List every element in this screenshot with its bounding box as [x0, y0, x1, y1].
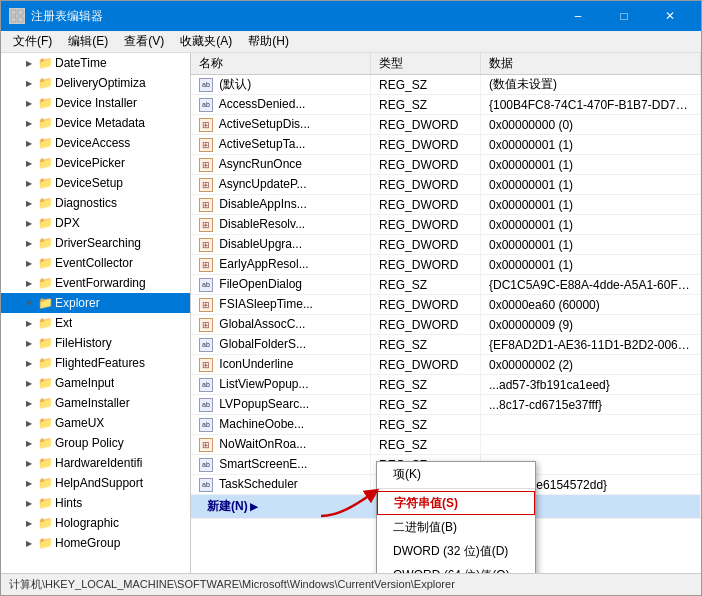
svg-rect-1 — [18, 10, 23, 15]
tree-item[interactable]: ▶📁Holographic — [1, 513, 190, 533]
ctx-xiang[interactable]: 项(K) — [377, 462, 535, 486]
tree-item[interactable]: ▶📁GameInstaller — [1, 393, 190, 413]
table-row[interactable]: ⊞ IconUnderlineREG_DWORD0x00000002 (2) — [191, 355, 701, 375]
tree-item[interactable]: ▶📁DriverSearching — [1, 233, 190, 253]
table-row[interactable]: ⊞ DisableResolv...REG_DWORD0x00000001 (1… — [191, 215, 701, 235]
folder-icon: 📁 — [37, 55, 53, 71]
ctx-dword-value[interactable]: DWORD (32 位)值(D) — [377, 539, 535, 563]
table-row[interactable]: ab LVPopupSearc...REG_SZ...8c17-cd6715e3… — [191, 395, 701, 415]
menu-file[interactable]: 文件(F) — [5, 31, 60, 53]
tree-item-label: HelpAndSupport — [55, 476, 143, 490]
ctx-string-value[interactable]: 字符串值(S) — [377, 491, 535, 515]
menu-help[interactable]: 帮助(H) — [240, 31, 297, 53]
reg-type-cell: REG_DWORD — [371, 235, 481, 255]
dword-icon: ⊞ — [199, 178, 213, 192]
table-row[interactable]: ⊞ FSIASleepTime...REG_DWORD0x0000ea60 (6… — [191, 295, 701, 315]
reg-type-cell: REG_DWORD — [371, 255, 481, 275]
folder-icon: 📁 — [37, 195, 53, 211]
reg-name-cell: ab MachineOobe... — [191, 415, 371, 435]
table-row[interactable]: ⊞ DisableUpgra...REG_DWORD0x00000001 (1) — [191, 235, 701, 255]
reg-type-cell: REG_SZ — [371, 95, 481, 115]
registry-panel[interactable]: 名称 类型 数据 ab (默认)REG_SZ(数值未设置)ab AccessDe… — [191, 53, 701, 573]
reg-data-cell: 0x00000009 (9) — [481, 315, 701, 335]
table-row[interactable]: ab ListViewPopup...REG_SZ...ad57-3fb191c… — [191, 375, 701, 395]
status-text: 计算机\HKEY_LOCAL_MACHINE\SOFTWARE\Microsof… — [9, 577, 455, 592]
tree-expand-icon: ▶ — [21, 495, 37, 511]
tree-item[interactable]: ▶📁FlightedFeatures — [1, 353, 190, 373]
tree-item-label: Hints — [55, 496, 82, 510]
table-row[interactable]: ⊞ AsyncUpdateP...REG_DWORD0x00000001 (1) — [191, 175, 701, 195]
dword-icon: ⊞ — [199, 138, 213, 152]
tree-expand-icon: ▶ — [21, 175, 37, 191]
folder-icon: 📁 — [37, 435, 53, 451]
tree-item[interactable]: ▶📁Device Installer — [1, 93, 190, 113]
tree-item[interactable]: ▶📁DeviceAccess — [1, 133, 190, 153]
tree-item[interactable]: ▶📁FileHistory — [1, 333, 190, 353]
tree-expand-icon: ▶ — [21, 195, 37, 211]
reg-type-cell: REG_DWORD — [371, 195, 481, 215]
table-row[interactable]: ab GlobalFolderS...REG_SZ{EF8AD2D1-AE36-… — [191, 335, 701, 355]
tree-item[interactable]: ▶📁Device Metadata — [1, 113, 190, 133]
table-row[interactable]: ab (默认)REG_SZ(数值未设置) — [191, 75, 701, 95]
new-button-label[interactable]: 新建(N) — [207, 499, 248, 513]
tree-item[interactable]: ▶📁HomeGroup — [1, 533, 190, 553]
menu-view[interactable]: 查看(V) — [116, 31, 172, 53]
reg-type-cell: REG_DWORD — [371, 355, 481, 375]
table-row[interactable]: ab MachineOobe...REG_SZ — [191, 415, 701, 435]
tree-item[interactable]: ▶📁Group Policy — [1, 433, 190, 453]
tree-item[interactable]: ▶📁DevicePicker — [1, 153, 190, 173]
table-row[interactable]: ⊞ NoWaitOnRoa...REG_SZ — [191, 435, 701, 455]
menu-favorites[interactable]: 收藏夹(A) — [172, 31, 240, 53]
ctx-qword-value[interactable]: QWORD (64 位)值(Q) — [377, 563, 535, 573]
tree-item[interactable]: ▶📁DPX — [1, 213, 190, 233]
tree-item[interactable]: ▶📁EventForwarding — [1, 273, 190, 293]
table-row[interactable]: ab FileOpenDialogREG_SZ{DC1C5A9C-E88A-4d… — [191, 275, 701, 295]
table-row[interactable]: ⊞ EarlyAppResol...REG_DWORD0x00000001 (1… — [191, 255, 701, 275]
menu-edit[interactable]: 编辑(E) — [60, 31, 116, 53]
tree-item[interactable]: ▶📁Hints — [1, 493, 190, 513]
tree-item[interactable]: ▶📁DateTime — [1, 53, 190, 73]
menu-bar: 文件(F) 编辑(E) 查看(V) 收藏夹(A) 帮助(H) — [1, 31, 701, 53]
reg-name-cell: ⊞ DisableResolv... — [191, 215, 371, 235]
table-row[interactable]: ⊞ DisableAppIns...REG_DWORD0x00000001 (1… — [191, 195, 701, 215]
close-button[interactable]: ✕ — [647, 1, 693, 31]
tree-item[interactable]: ▶📁DeviceSetup — [1, 173, 190, 193]
tree-item[interactable]: ▼📁Explorer — [1, 293, 190, 313]
tree-item[interactable]: ▶📁HardwareIdentifi — [1, 453, 190, 473]
tree-item[interactable]: ▶📁GameInput — [1, 373, 190, 393]
reg-data-cell: {EF8AD2D1-AE36-11D1-B2D2-006097DF8C1 — [481, 335, 701, 355]
folder-icon: 📁 — [37, 95, 53, 111]
col-type: 类型 — [371, 53, 481, 75]
table-row[interactable]: ⊞ GlobalAssocC...REG_DWORD0x00000009 (9) — [191, 315, 701, 335]
tree-panel[interactable]: ▶📁DateTime▶📁DeliveryOptimiza▶📁Device Ins… — [1, 53, 191, 573]
folder-icon: 📁 — [37, 495, 53, 511]
tree-item[interactable]: ▶📁GameUX — [1, 413, 190, 433]
reg-type-cell: REG_DWORD — [371, 295, 481, 315]
table-row[interactable]: ⊞ ActiveSetupTa...REG_DWORD0x00000001 (1… — [191, 135, 701, 155]
content-area: ▶📁DateTime▶📁DeliveryOptimiza▶📁Device Ins… — [1, 53, 701, 573]
table-row[interactable]: ⊞ AsyncRunOnceREG_DWORD0x00000001 (1) — [191, 155, 701, 175]
reg-data-cell: 0x00000001 (1) — [481, 235, 701, 255]
minimize-button[interactable]: – — [555, 1, 601, 31]
tree-item[interactable]: ▶📁EventCollector — [1, 253, 190, 273]
ab-icon: ab — [199, 398, 213, 412]
tree-item[interactable]: ▶📁DeliveryOptimiza — [1, 73, 190, 93]
status-bar: 计算机\HKEY_LOCAL_MACHINE\SOFTWARE\Microsof… — [1, 573, 701, 595]
reg-name-cell: ⊞ ActiveSetupTa... — [191, 135, 371, 155]
table-row[interactable]: ab AccessDenied...REG_SZ{100B4FC8-74C1-4… — [191, 95, 701, 115]
ab-icon: ab — [199, 378, 213, 392]
table-row[interactable]: ⊞ ActiveSetupDis...REG_DWORD0x00000000 (… — [191, 115, 701, 135]
reg-name-cell: ⊞ DisableAppIns... — [191, 195, 371, 215]
reg-name-cell: ⊞ EarlyAppResol... — [191, 255, 371, 275]
ctx-binary-value[interactable]: 二进制值(B) — [377, 515, 535, 539]
tree-item[interactable]: ▶📁Ext — [1, 313, 190, 333]
window-controls: – □ ✕ — [555, 1, 693, 31]
tree-item[interactable]: ▶📁Diagnostics — [1, 193, 190, 213]
tree-item-label: GameUX — [55, 416, 104, 430]
tree-item-label: Explorer — [55, 296, 100, 310]
dword-icon: ⊞ — [199, 438, 213, 452]
maximize-button[interactable]: □ — [601, 1, 647, 31]
tree-item[interactable]: ▶📁HelpAndSupport — [1, 473, 190, 493]
folder-icon: 📁 — [37, 255, 53, 271]
tree-expand-icon: ▶ — [21, 215, 37, 231]
